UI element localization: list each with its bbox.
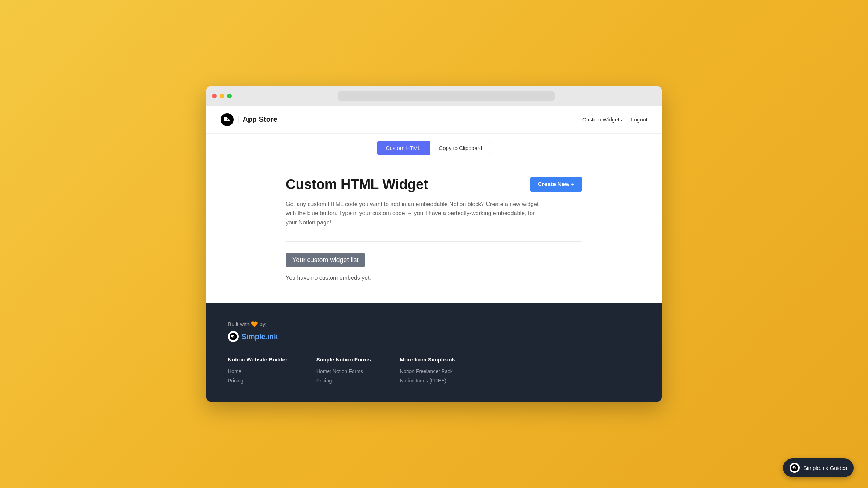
browser-window: | App Store Custom Widgets Logout Custom… [206, 86, 662, 402]
footer-link-home-0[interactable]: Home [228, 368, 288, 374]
empty-state-message: You have no custom embeds yet. [286, 275, 582, 281]
svg-point-11 [795, 467, 796, 469]
browser-chrome [206, 86, 662, 106]
footer-link-notion-icons[interactable]: Notion Icons (FREE) [400, 378, 455, 384]
footer-link-freelancer-pack[interactable]: Notion Freelancer Pack [400, 368, 455, 374]
main-content: Custom HTML Widget Create New + Got any … [271, 162, 597, 303]
footer-col-more: More from Simple.ink Notion Freelancer P… [400, 356, 455, 387]
widget-list-label: Your custom widget list [286, 253, 365, 267]
maximize-button[interactable] [227, 94, 232, 98]
footer-col-notion-forms: Simple Notion Forms Home: Notion Forms P… [316, 356, 371, 387]
browser-content: | App Store Custom Widgets Logout Custom… [206, 106, 662, 303]
guides-badge[interactable]: Simple.ink Guides [783, 458, 854, 477]
heart-icon: 🧡 [251, 321, 258, 327]
tab-copy-to-clipboard[interactable]: Copy to Clipboard [430, 141, 491, 155]
section-divider [286, 241, 582, 242]
guides-badge-icon [790, 463, 800, 473]
guides-badge-label: Simple.ink Guides [803, 465, 847, 471]
site-logo-icon [221, 113, 234, 126]
simpleink-logo: Simple.ink [228, 331, 640, 342]
header-nav: Custom Widgets Logout [582, 116, 647, 123]
site-header: | App Store Custom Widgets Logout [206, 106, 662, 134]
minimize-button[interactable] [220, 94, 224, 98]
footer-col-heading-1: Simple Notion Forms [316, 356, 371, 363]
page-header: Custom HTML Widget Create New + [286, 177, 582, 192]
footer-link-pricing-1[interactable]: Pricing [316, 378, 371, 384]
site-footer: Built with 🧡 by: Simple.ink [206, 303, 662, 402]
built-with-text: Built with 🧡 by: [228, 321, 640, 328]
footer-col-notion-website: Notion Website Builder Home Pricing [228, 356, 288, 387]
logo-divider: | [237, 115, 239, 124]
footer-brand: Built with 🧡 by: Simple.ink [228, 321, 640, 342]
svg-point-7 [233, 337, 235, 338]
logo-area: | App Store [221, 113, 277, 126]
simpleink-brand-text: Simple.ink [242, 333, 278, 341]
footer-col-heading-2: More from Simple.ink [400, 356, 455, 363]
footer-link-home-forms[interactable]: Home: Notion Forms [316, 368, 371, 374]
page-title: Custom HTML Widget [286, 177, 428, 192]
address-bar[interactable] [338, 91, 555, 101]
app-store-title: App Store [243, 115, 277, 124]
nav-custom-widgets[interactable]: Custom Widgets [582, 116, 622, 123]
footer-link-pricing-0[interactable]: Pricing [228, 378, 288, 384]
close-button[interactable] [212, 94, 217, 98]
tab-custom-html[interactable]: Custom HTML [377, 141, 430, 155]
nav-logout[interactable]: Logout [631, 116, 647, 123]
svg-point-3 [227, 119, 230, 121]
footer-columns: Notion Website Builder Home Pricing Simp… [228, 356, 640, 387]
page-description: Got any custom HTML code you want to add… [286, 200, 539, 227]
simpleink-logo-icon [228, 331, 239, 342]
footer-col-heading-0: Notion Website Builder [228, 356, 288, 363]
create-new-button[interactable]: Create New + [530, 177, 582, 192]
tab-bar: Custom HTML Copy to Clipboard [206, 134, 662, 162]
traffic-lights [212, 94, 232, 98]
